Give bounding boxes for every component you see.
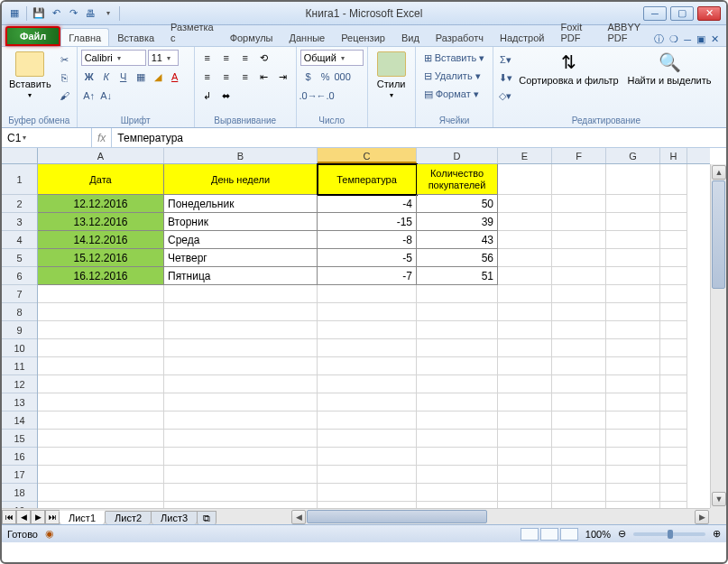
percent-button[interactable]: % [318, 69, 334, 85]
empty-cell[interactable] [498, 411, 552, 430]
empty-cell[interactable] [318, 339, 417, 357]
undo-icon[interactable]: ↶ [49, 6, 63, 21]
data-cell[interactable] [660, 249, 687, 267]
row-header-11[interactable]: 11 [2, 357, 37, 375]
empty-cell[interactable] [417, 448, 498, 466]
empty-cell[interactable] [38, 393, 164, 411]
data-cell[interactable]: 39 [417, 213, 498, 231]
tab-insert[interactable]: Вставка [109, 28, 162, 46]
empty-cell[interactable] [498, 285, 552, 303]
zoom-out-button[interactable]: ⊖ [618, 528, 626, 540]
data-cell[interactable] [498, 195, 552, 213]
sheet-tab-3[interactable]: Лист3 [151, 511, 198, 524]
empty-cell[interactable] [498, 339, 552, 357]
empty-cell[interactable] [164, 303, 318, 321]
data-cell[interactable] [498, 213, 552, 231]
scroll-right-button[interactable]: ▶ [695, 510, 709, 524]
data-cell[interactable]: Пятница [164, 267, 318, 285]
empty-cell[interactable] [660, 393, 687, 411]
tab-addins[interactable]: Надстрой [492, 28, 552, 46]
empty-cell[interactable] [606, 321, 660, 339]
empty-cell[interactable] [318, 448, 417, 466]
data-cell[interactable] [552, 231, 606, 249]
row-header-2[interactable]: 2 [2, 195, 37, 213]
empty-cell[interactable] [164, 484, 318, 502]
header-cell[interactable]: Количество покупателей [417, 164, 498, 195]
help-icon[interactable]: ❍ [669, 33, 678, 45]
empty-cell[interactable] [164, 285, 318, 303]
empty-cell[interactable] [606, 285, 660, 303]
row-header-8[interactable]: 8 [2, 303, 37, 321]
print-icon[interactable]: 🖶 [83, 6, 97, 21]
empty-cell[interactable] [38, 466, 164, 484]
empty-cell[interactable] [552, 285, 606, 303]
sort-filter-button[interactable]: ⇅ Сортировка и фильтр [515, 50, 622, 88]
grow-font-button[interactable]: A↑ [81, 88, 97, 104]
indent-inc-button[interactable]: ⇥ [274, 69, 292, 85]
empty-cell[interactable] [38, 285, 164, 303]
horizontal-scrollbar[interactable]: ◀ ▶ [290, 508, 710, 524]
empty-cell[interactable] [38, 448, 164, 466]
scroll-down-button[interactable]: ▼ [712, 492, 726, 506]
find-select-button[interactable]: 🔍 Найти и выделить [624, 50, 715, 88]
qat-more-icon[interactable] [100, 6, 115, 21]
empty-cell[interactable] [660, 339, 687, 357]
empty-cell[interactable] [417, 285, 498, 303]
align-right-button[interactable]: ≡ [236, 69, 254, 85]
empty-cell[interactable] [660, 303, 687, 321]
fill-button[interactable]: ⬇▾ [497, 69, 513, 86]
data-cell[interactable] [660, 231, 687, 249]
data-cell[interactable]: -7 [318, 267, 417, 285]
empty-cell[interactable] [552, 466, 606, 484]
header-cell[interactable]: Дата [38, 164, 164, 195]
empty-cell[interactable] [164, 393, 318, 411]
row-header-4[interactable]: 4 [2, 231, 37, 249]
header-cell[interactable] [606, 164, 660, 195]
empty-cell[interactable] [606, 430, 660, 448]
empty-cell[interactable] [38, 303, 164, 321]
empty-cell[interactable] [164, 339, 318, 357]
empty-cell[interactable] [38, 484, 164, 502]
data-cell[interactable]: -5 [318, 249, 417, 267]
data-cell[interactable]: 16.12.2016 [38, 267, 164, 285]
empty-cell[interactable] [606, 303, 660, 321]
empty-cell[interactable] [552, 430, 606, 448]
sheet-nav-first[interactable]: ⏮ [2, 510, 16, 524]
scroll-up-button[interactable]: ▲ [712, 165, 726, 180]
empty-cell[interactable] [660, 357, 687, 375]
row-header-13[interactable]: 13 [2, 393, 37, 411]
empty-cell[interactable] [164, 430, 318, 448]
shrink-font-button[interactable]: A↓ [98, 88, 115, 104]
align-left-button[interactable]: ≡ [198, 69, 217, 85]
col-header-H[interactable]: H [660, 148, 687, 163]
col-header-F[interactable]: F [552, 148, 606, 163]
header-cell[interactable]: День недели [164, 164, 318, 195]
data-cell[interactable] [660, 213, 687, 231]
inc-decimal-button[interactable]: .0→ [300, 88, 317, 104]
merge-button[interactable]: ⬌ [217, 88, 235, 104]
empty-cell[interactable] [552, 357, 606, 375]
zoom-slider[interactable] [633, 532, 705, 536]
view-layout-button[interactable] [540, 528, 558, 541]
empty-cell[interactable] [417, 430, 498, 448]
data-cell[interactable]: 15.12.2016 [38, 249, 164, 267]
empty-cell[interactable] [552, 411, 606, 430]
data-cell[interactable] [606, 249, 660, 267]
styles-button[interactable]: Стили ▾ [372, 50, 411, 101]
doc-close-icon[interactable]: ✕ [711, 33, 719, 45]
dec-decimal-button[interactable]: ←.0 [318, 88, 334, 104]
empty-cell[interactable] [606, 466, 660, 484]
select-all-corner[interactable] [2, 148, 38, 164]
empty-cell[interactable] [417, 357, 498, 375]
empty-cell[interactable] [552, 448, 606, 466]
data-cell[interactable]: 43 [417, 231, 498, 249]
delete-cells-button[interactable]: ⊟ Удалить ▾ [419, 68, 485, 84]
row-header-6[interactable]: 6 [2, 267, 37, 285]
data-cell[interactable] [606, 213, 660, 231]
empty-cell[interactable] [318, 466, 417, 484]
empty-cell[interactable] [318, 285, 417, 303]
empty-cell[interactable] [417, 466, 498, 484]
empty-cell[interactable] [38, 321, 164, 339]
empty-cell[interactable] [606, 393, 660, 411]
save-icon[interactable]: 💾 [32, 6, 46, 21]
